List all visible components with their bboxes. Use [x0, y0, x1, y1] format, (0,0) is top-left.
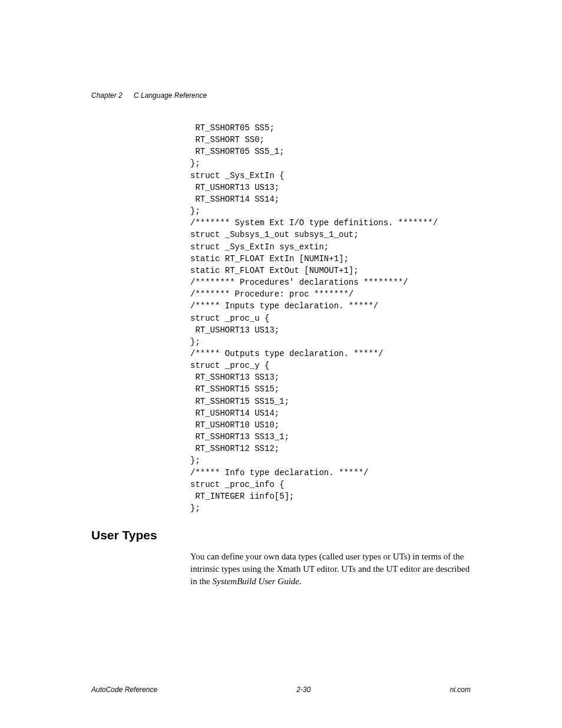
body-text-em: SystemBuild User Guide — [213, 577, 299, 586]
body-text-post: . — [299, 577, 302, 586]
code-listing: RT_SSHORT05 SS5; RT_SSHORT SS0; RT_SSHOR… — [190, 122, 471, 514]
footer-center: 2-30 — [296, 686, 310, 694]
page-header: Chapter 2 C Language Reference — [91, 91, 471, 100]
footer-left: AutoCode Reference — [91, 686, 157, 694]
page-footer: AutoCode Reference 2-30 ni.com — [91, 686, 471, 694]
footer-right: ni.com — [450, 686, 471, 694]
section-body: You can define your own data types (call… — [190, 551, 471, 588]
chapter-label: Chapter 2 — [91, 91, 123, 100]
section-heading-user-types: User Types — [91, 528, 471, 542]
header-title: C Language Reference — [134, 91, 207, 100]
